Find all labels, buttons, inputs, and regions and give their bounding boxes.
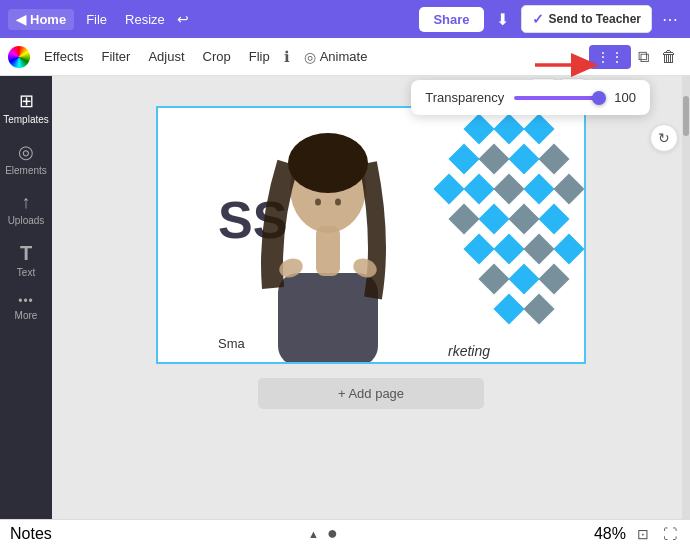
sidebar-elements-label: Elements [5,165,47,176]
sidebar-item-templates[interactable]: ⊞ Templates [3,84,49,131]
adjust-button[interactable]: Adjust [140,45,192,68]
sidebar-item-more[interactable]: ••• More [3,288,49,327]
animate-icon: ◎ [304,49,316,65]
animate-label: Animate [320,49,368,64]
svg-text:rketing: rketing [448,343,490,359]
transparency-label: Transparency [425,90,504,105]
chevron-up-icon[interactable]: ▲ [308,528,319,540]
sidebar-text-label: Text [17,267,35,278]
svg-text:Sma: Sma [218,336,246,351]
color-wheel-icon[interactable] [8,46,30,68]
zoom-label: 48% [594,525,626,543]
add-page-button[interactable]: + Add page [258,378,484,409]
copy-style-button[interactable]: ⧉ [633,45,654,69]
grid-toggle-button[interactable]: ⋮⋮ [589,45,631,69]
sidebar-item-text[interactable]: T Text [3,236,49,284]
undo-button[interactable]: ↩ [177,11,189,27]
filter-button[interactable]: Filter [94,45,139,68]
templates-icon: ⊞ [19,90,34,112]
sidebar-item-elements[interactable]: ◎ Elements [3,135,49,182]
more-icon: ••• [18,294,34,308]
topbar: ◀ Home File Resize ↩ Share ⬇ ✓ Send to T… [0,0,690,38]
svg-point-32 [288,133,368,193]
fullscreen-button[interactable]: ⛶ [660,526,680,542]
delete-button[interactable]: 🗑 [656,45,682,69]
svg-rect-33 [278,273,378,364]
canvas-area: Transparency 100 ↻ ⧉ ↗ SS [52,76,690,519]
sidebar-item-uploads[interactable]: ↑ Uploads [3,186,49,232]
info-icon[interactable]: ℹ [280,48,294,66]
canvas-frame[interactable]: SS Sma rketing [156,106,586,364]
elements-icon: ◎ [18,141,34,163]
ellipsis-icon: ⋯ [662,11,678,28]
check-circle-icon: ✓ [532,11,544,27]
effects-button[interactable]: Effects [36,45,92,68]
sidebar-more-label: More [15,310,38,321]
canvas-wrapper: ⧉ ↗ SS Sma rketing [156,106,586,364]
svg-point-36 [335,199,341,206]
download-button[interactable]: ⬇ [490,10,515,29]
send-teacher-label: Send to Teacher [549,12,641,26]
notes-label: Notes [10,525,52,543]
sidebar-templates-label: Templates [3,114,49,125]
uploads-icon: ↑ [22,192,31,213]
send-to-teacher-button[interactable]: ✓ Send to Teacher [521,5,652,33]
flip-button[interactable]: Flip [241,45,278,68]
crop-button[interactable]: Crop [195,45,239,68]
home-arrow-icon: ◀ [16,12,26,27]
transparency-thumb [592,91,606,105]
toolbar: Effects Filter Adjust Crop Flip ℹ ◎ Anim… [0,38,690,76]
timeline-dot[interactable]: ● [327,523,338,544]
main-layout: ⊞ Templates ◎ Elements ↑ Uploads T Text … [0,76,690,519]
transparency-popup: Transparency 100 [411,80,650,115]
share-button[interactable]: Share [419,7,483,32]
text-icon: T [20,242,32,265]
svg-point-35 [315,199,321,206]
animate-button[interactable]: ◎ Animate [296,45,376,69]
bottombar: Notes ▲ ● 48% ⊡ ⛶ [0,519,690,547]
home-button[interactable]: ◀ Home [8,9,74,30]
svg-rect-34 [316,226,340,276]
file-button[interactable]: File [80,9,113,30]
resize-button[interactable]: Resize [119,9,171,30]
scroll-bar[interactable] [682,76,690,519]
rotate-button[interactable]: ↻ [650,124,678,152]
more-options-button[interactable]: ⋯ [658,10,682,29]
sidebar: ⊞ Templates ◎ Elements ↑ Uploads T Text … [0,76,52,519]
fit-page-button[interactable]: ⊡ [634,526,652,542]
home-label: Home [30,12,66,27]
sidebar-uploads-label: Uploads [8,215,45,226]
transparency-value: 100 [614,90,636,105]
transparency-slider[interactable] [514,96,604,100]
scroll-thumb[interactable] [683,96,689,136]
image-actions: ↻ [650,124,678,152]
